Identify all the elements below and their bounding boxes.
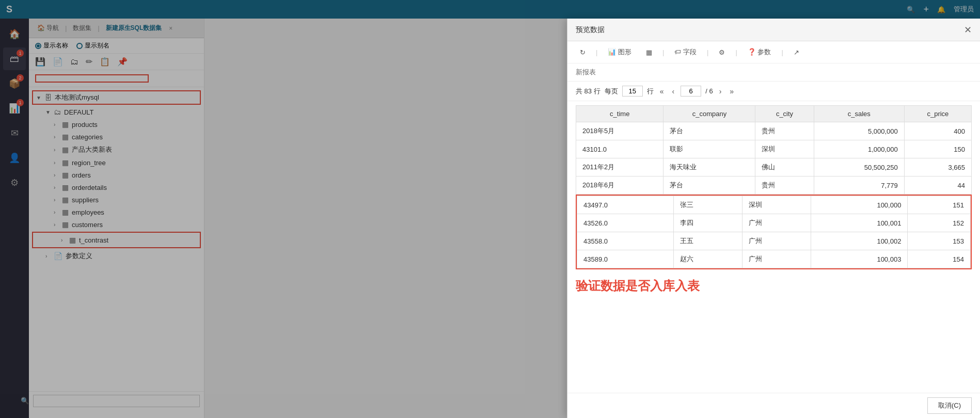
modal-subtitle: 新报表 [567, 63, 980, 82]
data-table: c_time c_company c_city c_sales c_price … [576, 105, 972, 195]
modal-toolbar: ↻ | 📊 图形 ▦ | 🏷 字段 | ⚙ | ❓ 参数 | ↗ [567, 41, 980, 63]
cell-c-time: 43526.0 [577, 214, 674, 232]
highlighted-table: 43497.0 张三 深圳 100,000 151 43526.0 李四 广州 … [577, 196, 971, 268]
cell-c-sales: 100,000 [811, 196, 907, 214]
export-btn[interactable]: ↗ [789, 46, 803, 58]
col-c-company: c_company [663, 106, 755, 122]
cell-c-city: 深圳 [755, 140, 814, 158]
modal-header: 预览数据 ✕ [567, 19, 980, 41]
cancel-button[interactable]: 取消(C) [927, 397, 972, 414]
next-page-btn[interactable]: › [717, 86, 724, 97]
cell-c-company: 联影 [663, 140, 755, 158]
cell-c-time: 43558.0 [577, 232, 674, 250]
cell-c-time: 2018年5月 [576, 122, 663, 140]
cell-c-price: 152 [908, 214, 971, 232]
preview-modal: 预览数据 ✕ ↻ | 📊 图形 ▦ | 🏷 字段 | ⚙ | ❓ 参数 | ↗ … [567, 19, 980, 418]
cell-c-city: 广州 [742, 214, 811, 232]
per-page-label: 每页 [605, 87, 618, 96]
cell-c-price: 400 [904, 122, 971, 140]
param-btn[interactable]: ❓ 参数 [744, 45, 776, 59]
table-row: 2011年2月 海天味业 佛山 50,500,250 3,665 [576, 158, 972, 176]
prev-page-btn[interactable]: ‹ [670, 86, 676, 97]
cell-c-time: 43589.0 [577, 250, 674, 268]
modal-footer: 取消(C) [567, 393, 980, 418]
cell-c-time: 43497.0 [577, 196, 674, 214]
cell-c-price: 153 [908, 232, 971, 250]
cell-c-city: 贵州 [755, 176, 814, 195]
table-row: 43558.0 王五 广州 100,002 153 [577, 232, 971, 250]
col-c-sales: c_sales [814, 106, 904, 122]
field-btn[interactable]: 🏷 字段 [670, 45, 701, 59]
settings-btn[interactable]: ⚙ [715, 46, 729, 58]
col-c-city: c_city [755, 106, 814, 122]
modal-overlay: 预览数据 ✕ ↻ | 📊 图形 ▦ | 🏷 字段 | ⚙ | ❓ 参数 | ↗ … [0, 0, 980, 418]
first-page-btn[interactable]: « [658, 86, 666, 97]
cell-c-price: 150 [904, 140, 971, 158]
cell-c-city: 广州 [742, 250, 811, 268]
cell-c-city: 广州 [742, 232, 811, 250]
cell-c-time: 2018年6月 [576, 176, 663, 195]
refresh-btn[interactable]: ↻ [576, 46, 590, 58]
pagination-bar: 共 83 行 每页 行 « ‹ / 6 › » [567, 82, 980, 101]
table-row: 43101.0 联影 深圳 1,000,000 150 [576, 140, 972, 158]
table-row: 2018年5月 茅台 贵州 5,000,000 400 [576, 122, 972, 140]
cell-c-city: 贵州 [755, 122, 814, 140]
cell-c-company: 茅台 [663, 176, 755, 195]
cell-c-price: 44 [904, 176, 971, 195]
last-page-btn[interactable]: » [728, 86, 736, 97]
col-c-price: c_price [904, 106, 971, 122]
modal-title: 预览数据 [576, 25, 605, 35]
highlighted-rows-wrapper: 43497.0 张三 深圳 100,000 151 43526.0 李四 广州 … [576, 195, 972, 269]
table-wrapper: c_time c_company c_city c_sales c_price … [567, 101, 980, 393]
current-page-input[interactable] [681, 86, 701, 97]
cell-c-price: 151 [908, 196, 971, 214]
table-btn[interactable]: ▦ [642, 46, 656, 58]
cell-c-company: 茅台 [663, 122, 755, 140]
per-page-input[interactable] [622, 86, 643, 97]
col-c-time: c_time [576, 106, 663, 122]
cell-c-sales: 5,000,000 [814, 122, 904, 140]
cell-c-time: 43101.0 [576, 140, 663, 158]
total-text: 共 83 行 [576, 87, 600, 96]
cell-c-city: 深圳 [742, 196, 811, 214]
table-row: 2018年6月 茅台 贵州 7,779 44 [576, 176, 972, 195]
cell-c-company: 王五 [674, 232, 742, 250]
cell-c-company: 海天味业 [663, 158, 755, 176]
cell-c-time: 2011年2月 [576, 158, 663, 176]
cell-c-company: 张三 [674, 196, 742, 214]
cell-c-company: 李四 [674, 214, 742, 232]
cell-c-price: 154 [908, 250, 971, 268]
cell-c-sales: 100,002 [811, 232, 907, 250]
table-row: 43526.0 李四 广州 100,001 152 [577, 214, 971, 232]
modal-close-btn[interactable]: ✕ [964, 24, 972, 36]
cell-c-sales: 100,003 [811, 250, 907, 268]
table-row: 43497.0 张三 深圳 100,000 151 [577, 196, 971, 214]
per-page-unit: 行 [647, 87, 654, 96]
cell-c-price: 3,665 [904, 158, 971, 176]
cell-c-sales: 7,779 [814, 176, 904, 195]
table-row: 43589.0 赵六 广州 100,003 154 [577, 250, 971, 268]
chart-btn[interactable]: 📊 图形 [604, 45, 636, 59]
page-sep: / 6 [705, 87, 713, 95]
cell-c-city: 佛山 [755, 158, 814, 176]
cell-c-sales: 50,500,250 [814, 158, 904, 176]
cell-c-sales: 1,000,000 [814, 140, 904, 158]
cell-c-sales: 100,001 [811, 214, 907, 232]
validation-text: 验证数据是否入库入表 [567, 269, 980, 294]
cell-c-company: 赵六 [674, 250, 742, 268]
